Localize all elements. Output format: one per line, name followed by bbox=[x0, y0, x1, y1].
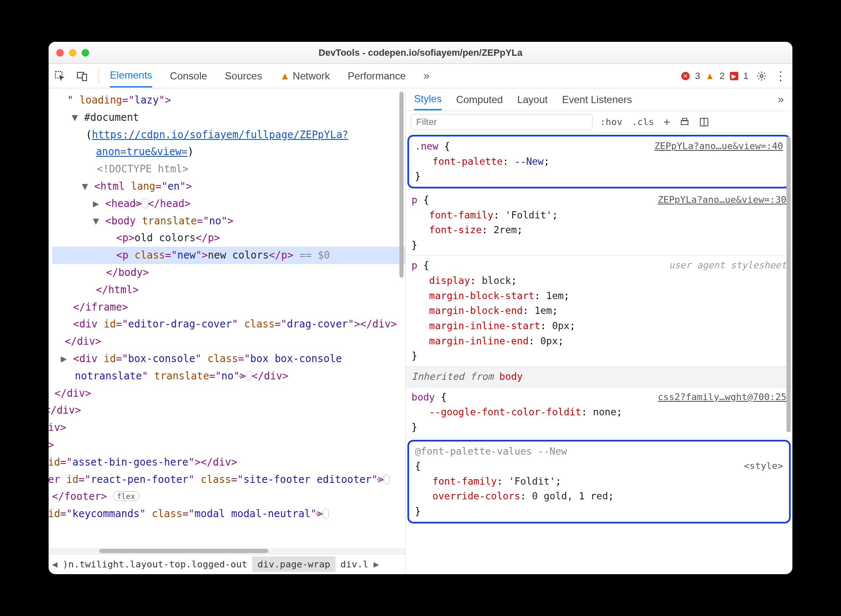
crumb-2[interactable]: div.page-wrap bbox=[252, 556, 335, 572]
inherited-label: Inherited from body bbox=[406, 367, 792, 387]
dom-scrollbar[interactable] bbox=[399, 92, 404, 278]
tab-network[interactable]: ▲ Network bbox=[280, 65, 330, 87]
tab-console[interactable]: Console bbox=[170, 65, 207, 87]
box-console-translate: no bbox=[221, 370, 234, 382]
attr-translate: no bbox=[209, 215, 221, 227]
selected-node[interactable]: <p class="new">new colors</p> == $0 bbox=[52, 247, 405, 264]
styles-scrollbar[interactable] bbox=[786, 136, 791, 432]
issue-count: 1 bbox=[743, 71, 748, 82]
new-style-icon[interactable]: + bbox=[664, 115, 670, 129]
styles-panel: Styles Computed Layout Event Listeners »… bbox=[406, 88, 792, 574]
computed-pane-icon[interactable] bbox=[699, 117, 709, 127]
rule-body[interactable]: css2?family…wght@700:25 body { --google-… bbox=[406, 387, 792, 438]
attr-class-new: new bbox=[177, 249, 196, 261]
status-icons[interactable]: ✕3 ▲2 ▶1 bbox=[681, 71, 748, 82]
minimize-button[interactable] bbox=[69, 49, 76, 57]
cls-toggle[interactable]: .cls bbox=[632, 117, 654, 127]
ellipsis-icon[interactable]: ⋯ bbox=[323, 509, 329, 519]
footer-id: react-pen-footer bbox=[91, 474, 188, 485]
drag-cover-class: drag-cover bbox=[287, 318, 348, 330]
prop-font-palette: font-palette bbox=[432, 156, 502, 167]
styles-toolbar: :hov .cls + bbox=[406, 111, 792, 133]
flex-badge[interactable]: flex bbox=[113, 491, 139, 501]
svg-rect-2 bbox=[82, 74, 87, 80]
keycommands-class: modal modal-neutral bbox=[194, 508, 311, 520]
dollar-zero: == $0 bbox=[300, 249, 330, 261]
close-button[interactable] bbox=[56, 49, 64, 57]
window-title: DevTools - codepen.io/sofiayem/pen/ZEPpY… bbox=[49, 47, 792, 58]
main-area: " loading="lazy"> ▼#document (https://cd… bbox=[49, 88, 792, 574]
traffic-lights bbox=[56, 49, 89, 57]
svg-rect-5 bbox=[683, 118, 687, 121]
at-rule-header: @font-palette-values --New bbox=[415, 444, 783, 459]
dom-tree[interactable]: " loading="lazy"> ▼#document (https://cd… bbox=[49, 88, 405, 548]
doctype: <!DOCTYPE html> bbox=[52, 161, 405, 178]
crumb-1[interactable]: )n.twilight.layout-top.logged-out bbox=[57, 556, 252, 572]
main-toolbar: Elements Console Sources ▲ Network Perfo… bbox=[49, 64, 792, 88]
device-toggle-icon[interactable] bbox=[76, 71, 87, 82]
titlebar: DevTools - codepen.io/sofiayem/pen/ZEPpY… bbox=[49, 42, 792, 64]
p2-text: new colors bbox=[208, 249, 269, 261]
hov-toggle[interactable]: :hov bbox=[600, 117, 623, 127]
svg-point-3 bbox=[760, 74, 763, 77]
ellipsis-icon[interactable]: ⋯ bbox=[246, 371, 252, 381]
asset-bin-id: asset-bin-goes-here bbox=[72, 456, 188, 468]
iframe-url-link[interactable]: https://cdpn.io/sofiayem/fullpage/ZEPpYL… bbox=[92, 129, 348, 158]
breadcrumb-left-icon[interactable]: ◀ bbox=[52, 559, 57, 570]
ellipsis-icon[interactable]: ⋯ bbox=[142, 199, 148, 209]
rule-source-link[interactable]: ZEPpYLa?ano…ue&view=:40 bbox=[654, 139, 783, 153]
tab-styles[interactable]: Styles bbox=[414, 89, 442, 110]
rule-source-style[interactable]: <style> bbox=[744, 459, 783, 473]
filter-input[interactable] bbox=[411, 114, 593, 130]
side-more-icon[interactable]: » bbox=[778, 93, 784, 106]
tab-layout[interactable]: Layout bbox=[517, 90, 548, 110]
print-icon[interactable] bbox=[680, 117, 690, 127]
tab-computed[interactable]: Computed bbox=[456, 90, 503, 110]
tab-network-label: Network bbox=[293, 70, 330, 82]
warning-icon: ▲ bbox=[705, 71, 715, 82]
settings-icon[interactable] bbox=[756, 71, 767, 82]
error-count: 3 bbox=[695, 71, 700, 82]
panel-tabs: Elements Console Sources ▲ Network Perfo… bbox=[110, 64, 670, 87]
breadcrumb: ◀ )n.twilight.layout-top.logged-out div.… bbox=[49, 554, 405, 574]
drag-cover-id: editor-drag-cover bbox=[128, 318, 232, 330]
rule-font-palette-values[interactable]: @font-palette-values --New <style> { fon… bbox=[407, 440, 791, 523]
tab-elements[interactable]: Elements bbox=[110, 64, 152, 87]
issue-icon: ▶ bbox=[730, 72, 738, 80]
rule-source-link[interactable]: css2?family…wght@700:25 bbox=[658, 390, 786, 404]
footer-class: site-footer editooter bbox=[243, 474, 371, 485]
box-console-id: box-console bbox=[128, 353, 195, 365]
attr-loading: lazy bbox=[134, 94, 159, 106]
rule-source-link[interactable]: ZEPpYLa?ano…ue&view=:30 bbox=[658, 193, 786, 207]
tab-performance[interactable]: Performance bbox=[348, 65, 406, 87]
ellipsis-icon[interactable]: ⋯ bbox=[384, 474, 390, 485]
selector-p-ua: p bbox=[412, 260, 418, 271]
kebab-menu-icon[interactable]: ⋮ bbox=[775, 69, 786, 83]
styles-rules[interactable]: ZEPpYLa?ano…ue&view=:40 .new { font-pale… bbox=[406, 133, 792, 574]
maximize-button[interactable] bbox=[82, 49, 89, 57]
tab-sources[interactable]: Sources bbox=[225, 65, 262, 87]
prop-font-family: font-family bbox=[429, 210, 493, 221]
tab-event-listeners[interactable]: Event Listeners bbox=[562, 90, 632, 110]
inspect-icon[interactable] bbox=[55, 71, 66, 82]
dom-hscrollbar[interactable] bbox=[49, 548, 405, 554]
rule-source-ua: user agent stylesheet bbox=[669, 258, 786, 273]
crumb-3[interactable]: div.l bbox=[336, 556, 374, 572]
prop-font-size: font-size bbox=[429, 224, 482, 235]
rule-p[interactable]: ZEPpYLa?ano…ue&view=:30 p { font-family:… bbox=[406, 190, 792, 256]
val-new[interactable]: --New bbox=[514, 156, 543, 167]
warning-count: 2 bbox=[720, 71, 725, 82]
more-tabs-icon[interactable]: » bbox=[423, 69, 429, 82]
devtools-window: DevTools - codepen.io/sofiayem/pen/ZEPpY… bbox=[49, 42, 792, 574]
p1-text: old colors bbox=[134, 232, 196, 244]
error-icon: ✕ bbox=[681, 72, 690, 80]
keycommands-id: keycommands bbox=[72, 508, 139, 520]
rule-p-ua[interactable]: user agent stylesheet p { display: block… bbox=[406, 256, 792, 366]
side-tabs: Styles Computed Layout Event Listeners » bbox=[406, 88, 792, 111]
selector-new: .new bbox=[415, 141, 438, 152]
selector-p: p bbox=[412, 194, 418, 205]
rule-new[interactable]: ZEPpYLa?ano…ue&view=:40 .new { font-pale… bbox=[407, 135, 791, 188]
breadcrumb-right-icon[interactable]: ▶ bbox=[374, 559, 379, 570]
prop-custom: --google-font-color-foldit bbox=[429, 406, 581, 417]
elements-panel: " loading="lazy"> ▼#document (https://cd… bbox=[49, 88, 406, 574]
